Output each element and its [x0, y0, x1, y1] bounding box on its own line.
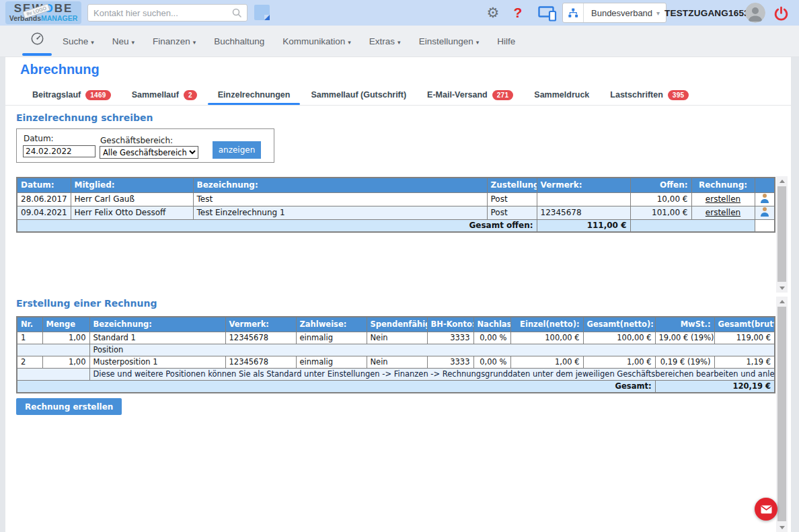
col-gesamt-brutto: Gesamt(brutto): [714, 317, 775, 332]
contact-mail-fab[interactable] [755, 498, 777, 521]
scroll-up-arrow[interactable] [776, 297, 788, 306]
cell-vermerk: 12345678 [225, 332, 296, 344]
col-vermerk: Vermerk: [225, 317, 296, 332]
col-zustellung: Zustellung: [487, 178, 537, 192]
col-gesamt-netto: Gesamt(netto): [583, 317, 655, 332]
note-icon[interactable] [254, 5, 270, 20]
cell-bh-konto: 3333 [427, 332, 473, 344]
geschaeftsbereich-select[interactable]: Alle Geschäftsbereiche [100, 146, 198, 159]
caret-down-icon: ▾ [476, 39, 480, 46]
caret-down-icon: ▾ [91, 39, 94, 46]
settings-gear-icon[interactable]: ⚙ [484, 3, 502, 22]
nav-item-finanzen[interactable]: Finanzen▾ [153, 36, 196, 46]
nav-item-kommunikation[interactable]: Kommunikation▾ [282, 36, 351, 46]
cell-bezeichnung: Standard 1 [89, 332, 225, 344]
cell-nr: 1 [17, 332, 42, 344]
geschaeftsbereich-label: Geschäftsbereich: [100, 136, 173, 145]
open-invoices-table: Datum: Mitglied: Bezeichnung: Zustellung… [16, 177, 775, 233]
tab-beitragslauf[interactable]: Beitragslauf1469 [32, 90, 111, 100]
tab-einzelrechnungen[interactable]: Einzelrechnungen [218, 90, 291, 100]
cell-mwst: 19,00 € (19%) [655, 332, 714, 344]
tab-divider [5, 105, 791, 106]
cell-vermerk: 12345678 [225, 356, 296, 368]
caret-down-icon: ▾ [132, 39, 135, 46]
scroll-up-arrow[interactable] [776, 176, 788, 186]
logo-line2: VerbandsMANAGER [5, 15, 81, 22]
dashboard-gauge-icon [30, 36, 45, 48]
cell-menge: 1,00 [42, 356, 89, 368]
tab-lastschriften[interactable]: Lastschriften395 [610, 90, 689, 100]
scrollbar-thumb[interactable] [777, 307, 786, 521]
nav-item-neu[interactable]: Neu▾ [112, 36, 135, 46]
count-badge: 2 [184, 90, 197, 100]
cell-bezeichnung: Test [193, 192, 487, 206]
gesamt-label: Gesamt: [17, 380, 655, 393]
erstellen-link[interactable]: erstellen [695, 194, 751, 204]
member-person-icon[interactable] [755, 206, 775, 219]
search-input[interactable] [88, 8, 231, 18]
datum-input[interactable] [23, 145, 96, 157]
col-nr: Nr. [17, 317, 42, 332]
organization-switcher[interactable]: Bundesverband ▾ [562, 3, 667, 23]
scroll-down-arrow[interactable] [776, 283, 788, 293]
tab-email-versand[interactable]: E-Mail-Versand271 [427, 90, 513, 100]
section-heading-einzelrechnung: Einzelrechnung schreiben [16, 112, 153, 123]
cell-nachlass: 0,00 % [473, 332, 510, 344]
col-zahlweise: Zahlweise: [296, 317, 367, 332]
organization-name[interactable]: Bundesverband [584, 8, 656, 18]
erstellen-link[interactable]: erstellen [695, 208, 751, 217]
tab-sammellauf[interactable]: Sammellauf2 [132, 90, 197, 100]
cell-gesamt-brutto: 119,00 € [714, 332, 775, 344]
nav-item-hilfe[interactable]: Hilfe [497, 36, 515, 46]
help-icon[interactable]: ? [511, 3, 525, 22]
cell-rechnung: erstellen [691, 192, 755, 206]
cell-mitglied: Herr Felix Otto Dessoff [71, 206, 193, 219]
cell-zahlweise: einmalig [296, 332, 367, 344]
search-icon[interactable] [231, 7, 242, 18]
table-header-row: Nr. Menge Bezeichnung: Vermerk: Zahlweis… [17, 317, 775, 332]
position-row: 1 1,00 Standard 1 12345678 einmalig Nein… [17, 332, 775, 344]
col-spendenfaehig: Spendenfähig: [367, 317, 427, 332]
cell-spendenfaehig: Nein [367, 332, 427, 344]
col-einzel-netto: Einzel(netto): [510, 317, 583, 332]
col-rechnung: Rechnung: [691, 178, 755, 192]
username-label: TESTZUGANG16535 [664, 8, 755, 18]
main-navbar: Suche▾ Neu▾ Finanzen▾ Buchhaltung Kommun… [0, 26, 799, 57]
cell-zustellung: Post [487, 206, 537, 219]
cell-nachlass: 0,00 % [473, 356, 510, 368]
tab-sammellauf-gutschrift[interactable]: Sammellauf (Gutschrift) [311, 90, 406, 100]
cell-offen: 101,00 € [630, 206, 691, 219]
cell-mitglied: Herr Carl Gauß [71, 192, 193, 206]
table-row: 28.06.2017 Herr Carl Gauß Test Post 10,0… [17, 192, 775, 206]
invoice-filter-form: Datum: Geschäftsbereich: Alle Geschäftsb… [16, 128, 274, 163]
caret-down-icon: ▾ [348, 39, 351, 46]
logout-power-icon[interactable] [772, 5, 790, 22]
devices-icon[interactable] [537, 5, 561, 22]
count-badge: 1469 [85, 90, 110, 100]
avatar[interactable] [745, 3, 765, 23]
datum-label: Datum: [24, 134, 54, 143]
rechnung-erstellen-button[interactable]: Rechnung erstellen [16, 398, 122, 415]
anzeigen-button[interactable]: anzeigen [213, 141, 261, 159]
tab-sammeldruck[interactable]: Sammeldruck [534, 90, 589, 100]
nav-item-buchhaltung[interactable]: Buchhaltung [214, 36, 264, 46]
sitemap-icon[interactable] [563, 3, 584, 22]
cell-menge: 1,00 [42, 332, 89, 344]
col-bezeichnung: Bezeichnung: [89, 317, 225, 332]
nav-dashboard[interactable] [22, 32, 52, 57]
member-person-icon[interactable] [755, 192, 775, 206]
cell-datum: 28.06.2017 [17, 192, 71, 206]
cell-einzel-netto: 100,00 € [510, 332, 583, 344]
count-badge: 271 [492, 90, 514, 100]
scroll-down-arrow[interactable] [776, 523, 788, 532]
scrollbar-thumb[interactable] [777, 186, 786, 282]
cell-spendenfaehig: Nein [367, 356, 427, 368]
nav-item-einstellungen[interactable]: Einstellungen▾ [419, 36, 480, 46]
gesamt-value: 120,19 € [655, 380, 775, 393]
envelope-icon [761, 505, 772, 514]
cell-zahlweise: einmalig [296, 356, 367, 368]
nav-item-suche[interactable]: Suche▾ [63, 36, 94, 46]
contact-search [87, 4, 248, 22]
nav-item-extras[interactable]: Extras▾ [369, 36, 401, 46]
app-logo: SEWOBE VerbandsMANAGER Ihr LOGO [5, 1, 81, 24]
